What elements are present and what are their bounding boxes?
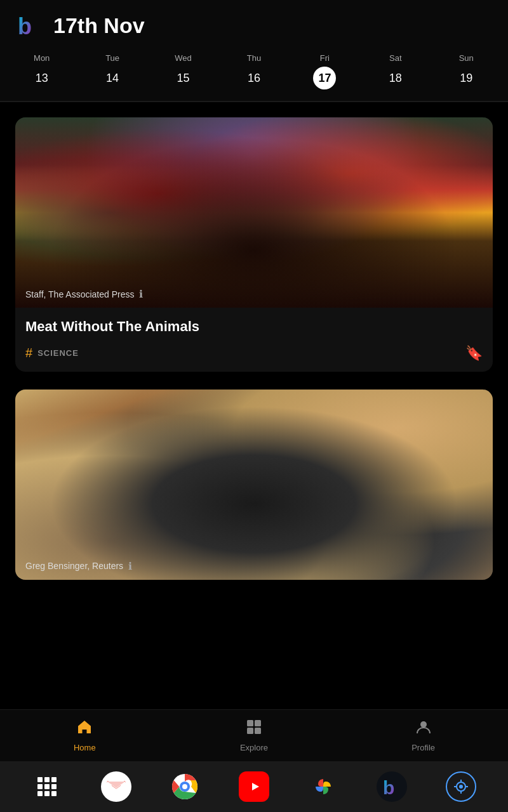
article-image-1: Staff, The Associated Press ℹ <box>15 117 493 308</box>
category-label-1: SCIENCE <box>37 348 79 358</box>
nav-explore-label: Explore <box>240 743 268 752</box>
article-author-1: Staff, The Associated Press ℹ <box>25 288 143 300</box>
svg-rect-3 <box>247 728 253 734</box>
explore-icon <box>246 719 262 739</box>
svg-point-5 <box>420 721 427 728</box>
blendle-app-icon[interactable]: b <box>377 771 407 802</box>
day-number-16[interactable]: 16 <box>243 67 265 89</box>
article-card-1[interactable]: Staff, The Associated Press ℹ Meat Witho… <box>15 117 493 372</box>
svg-rect-4 <box>255 728 261 734</box>
svg-rect-1 <box>247 720 253 726</box>
articles-list: Staff, The Associated Press ℹ Meat Witho… <box>0 102 508 593</box>
app-header: b 17th Nov <box>0 0 508 46</box>
nav-profile[interactable]: Profile <box>392 719 455 752</box>
svg-text:b: b <box>383 777 394 798</box>
day-number-19[interactable]: 19 <box>455 67 478 89</box>
svg-point-10 <box>182 784 187 789</box>
svg-rect-2 <box>255 720 261 726</box>
day-name-14: Tue <box>105 53 119 63</box>
day-name-18: Sat <box>389 53 402 63</box>
day-item-16[interactable]: Thu16 <box>229 53 279 89</box>
app-drawer-icon[interactable] <box>32 771 62 802</box>
article-category-1: # SCIENCE <box>25 346 79 360</box>
article-image-2: Greg Bensinger, Reuters ℹ <box>15 390 493 580</box>
bookmark-icon-1[interactable]: 🔖 <box>465 345 483 362</box>
page-title: 17th Nov <box>53 13 145 38</box>
gmail-app-icon[interactable] <box>101 771 131 802</box>
svg-marker-11 <box>252 783 259 790</box>
day-name-15: Wed <box>175 53 192 63</box>
nav-profile-label: Profile <box>411 743 435 752</box>
day-name-17: Fri <box>320 53 330 63</box>
article-author-2: Greg Bensinger, Reuters ℹ <box>25 560 132 572</box>
messages-app-icon[interactable] <box>446 771 476 802</box>
day-number-13[interactable]: 13 <box>30 67 53 89</box>
day-item-15[interactable]: Wed15 <box>158 53 209 89</box>
day-number-15[interactable]: 15 <box>172 67 195 89</box>
photos-app-icon[interactable] <box>308 771 338 802</box>
author-name-2: Greg Bensinger, Reuters <box>25 561 123 571</box>
svg-point-14 <box>459 785 463 789</box>
day-item-17[interactable]: Fri17 <box>299 53 350 89</box>
day-name-16: Thu <box>247 53 261 63</box>
calendar-week: Mon13Tue14Wed15Thu16Fri17Sat18Sun19 <box>0 46 508 101</box>
info-icon-1[interactable]: ℹ <box>139 288 143 300</box>
blendle-logo[interactable]: b <box>15 11 43 39</box>
chrome-app-icon[interactable] <box>170 771 200 802</box>
info-icon-2[interactable]: ℹ <box>128 560 132 572</box>
day-item-14[interactable]: Tue14 <box>87 53 138 89</box>
author-name-1: Staff, The Associated Press <box>25 289 134 299</box>
day-item-19[interactable]: Sun19 <box>441 53 491 89</box>
day-item-13[interactable]: Mon13 <box>17 53 67 89</box>
grid-dots <box>37 777 57 796</box>
day-item-18[interactable]: Sat18 <box>370 53 421 89</box>
day-number-14[interactable]: 14 <box>101 67 124 89</box>
android-taskbar: b <box>0 761 508 812</box>
home-icon <box>76 719 93 739</box>
svg-text:b: b <box>18 13 32 39</box>
article-footer-1: # SCIENCE 🔖 <box>25 345 483 362</box>
day-name-13: Mon <box>34 53 50 63</box>
article-card-2[interactable]: Greg Bensinger, Reuters ℹ <box>15 390 493 580</box>
day-number-17[interactable]: 17 <box>313 67 336 89</box>
profile-icon <box>415 719 432 739</box>
bottom-navigation: Home Explore Profile <box>0 709 508 761</box>
article-body-1: Meat Without The Animals # SCIENCE 🔖 <box>15 308 493 372</box>
article-title-1: Meat Without The Animals <box>25 318 483 336</box>
day-name-19: Sun <box>459 53 474 63</box>
youtube-app-icon[interactable] <box>239 771 269 802</box>
nav-home[interactable]: Home <box>53 719 116 752</box>
day-number-18[interactable]: 18 <box>384 67 407 89</box>
nav-explore[interactable]: Explore <box>222 719 286 752</box>
nav-home-label: Home <box>74 743 96 752</box>
hashtag-icon-1: # <box>25 346 32 360</box>
